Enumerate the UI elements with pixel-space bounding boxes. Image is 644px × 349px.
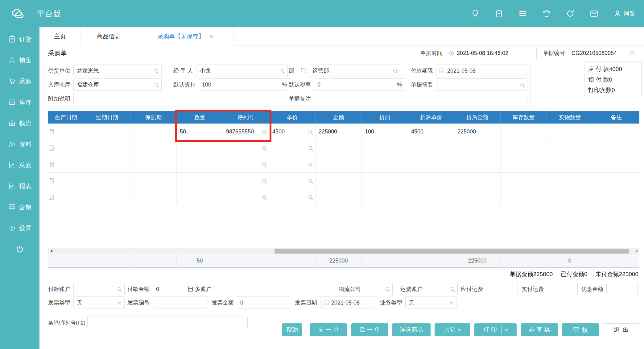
multi-account-link[interactable]: 多账户 [188, 283, 212, 295]
invoice-amount-input[interactable]: 0 [237, 296, 290, 309]
cell-serial[interactable] [223, 156, 269, 172]
scrollbar-thumb[interactable] [275, 249, 629, 254]
cell-disc-price[interactable] [408, 189, 454, 205]
tab-close-icon[interactable]: × [209, 33, 213, 40]
search-icon[interactable] [308, 130, 312, 133]
freight-account-input[interactable] [426, 283, 458, 295]
search-icon[interactable] [262, 179, 266, 183]
regenerate-number-icon[interactable] [629, 50, 635, 56]
handler-input[interactable]: 小龙 [196, 65, 288, 77]
supplier-input[interactable]: 龙家崽崽 [73, 65, 162, 77]
sidebar-item-order[interactable]: 订货 [0, 29, 39, 50]
cell-remark[interactable] [593, 189, 639, 205]
cell-serial[interactable] [223, 189, 269, 205]
save-draft-button[interactable]: 存 草 稿 [521, 323, 558, 336]
cell-disc-amount[interactable]: 225000 [454, 124, 501, 140]
cell-expire-date[interactable] [84, 156, 130, 172]
search-icon[interactable] [262, 146, 266, 150]
cell-qty[interactable] [177, 140, 223, 156]
cell-disc-amount[interactable] [454, 173, 501, 189]
tab-home[interactable]: 主页 [39, 27, 81, 46]
search-icon[interactable] [262, 130, 266, 133]
print-button[interactable]: 打 印 [474, 323, 517, 336]
cell-stock-qty[interactable] [501, 173, 547, 189]
other-button[interactable]: 其它 [435, 323, 470, 336]
cell-amount[interactable] [316, 156, 362, 172]
help-button[interactable]: 帮助 [282, 323, 302, 336]
cell-serial[interactable]: 987655550 [223, 124, 269, 140]
cell-physical-qty[interactable] [547, 156, 593, 172]
search-icon[interactable] [118, 287, 121, 291]
discount-amount-input[interactable] [606, 283, 638, 295]
cell-disc-price[interactable] [408, 156, 454, 172]
pay-deadline-input[interactable]: 2021-05-08 [436, 65, 527, 77]
cell-prod-date[interactable] [48, 140, 84, 156]
cell-qty[interactable] [177, 173, 223, 189]
freight-paid-input[interactable] [547, 283, 578, 295]
cell-disc-amount[interactable] [454, 156, 501, 172]
cell-disc-amount[interactable] [454, 140, 501, 156]
cell-price[interactable] [269, 156, 316, 172]
cell-discount[interactable] [362, 173, 408, 189]
cell-stock-qty[interactable] [501, 156, 547, 172]
sidebar-item-data[interactable]: 资料 [0, 134, 39, 155]
cell-prod-date[interactable] [48, 156, 84, 172]
cell-disc-price[interactable] [408, 140, 454, 156]
pay-account-input[interactable] [73, 283, 125, 295]
cell-expire-date[interactable] [84, 189, 130, 205]
tips-bulb-icon[interactable] [471, 9, 480, 18]
barcode-input[interactable] [87, 317, 248, 329]
cell-discount[interactable] [362, 156, 408, 172]
cell-amount[interactable] [316, 189, 362, 205]
cell-price[interactable] [269, 173, 316, 189]
tab-product-info[interactable]: 商品信息 [81, 27, 137, 46]
search-icon[interactable] [308, 195, 312, 199]
scroll-left-icon[interactable] [50, 250, 52, 253]
cell-amount[interactable] [316, 173, 362, 189]
cell-physical-qty[interactable] [547, 140, 593, 156]
search-icon[interactable] [308, 179, 312, 183]
scroll-right-icon[interactable] [636, 250, 638, 253]
cell-expire-date[interactable] [84, 140, 130, 156]
cell-prod-date[interactable] [48, 173, 84, 189]
department-input[interactable]: 运营部 [309, 65, 400, 77]
horizontal-scrollbar[interactable] [48, 248, 639, 254]
sidebar-item-ledger[interactable]: 总账 [0, 155, 39, 176]
sidebar-item-cashflow[interactable]: 钱流 [0, 113, 39, 134]
logistics-input[interactable] [364, 283, 393, 295]
sidebar-item-sales[interactable]: 销售 [0, 50, 39, 71]
search-icon[interactable] [262, 162, 266, 166]
cell-price[interactable]: 4500 [269, 124, 316, 140]
invoice-no-input[interactable] [153, 296, 208, 309]
cell-remark[interactable] [593, 173, 639, 189]
pay-amount-input[interactable]: 0 [153, 283, 185, 295]
select-goods-button[interactable]: 连选商品 [392, 323, 431, 336]
doc-summary-input[interactable] [436, 78, 527, 91]
cell-shelf-life[interactable] [130, 156, 177, 172]
cell-remark[interactable] [593, 124, 639, 140]
sidebar-item-report[interactable]: 报表 [0, 176, 39, 197]
cell-shelf-life[interactable] [130, 173, 177, 189]
cell-discount[interactable] [362, 140, 408, 156]
search-icon[interactable] [155, 69, 158, 73]
freight-payable-input[interactable] [486, 283, 518, 295]
cell-shelf-life[interactable] [130, 140, 177, 156]
mail-icon[interactable] [589, 9, 599, 18]
warehouse-input[interactable]: 福建仓库 [73, 78, 162, 91]
search-icon[interactable] [386, 287, 389, 291]
cell-expire-date[interactable] [84, 173, 130, 189]
cell-remark[interactable] [593, 156, 639, 172]
cell-serial[interactable] [223, 140, 269, 156]
cell-disc-price[interactable]: 4500 [408, 124, 454, 140]
search-icon[interactable] [262, 195, 266, 199]
task-check-icon[interactable] [494, 9, 504, 18]
search-icon[interactable] [155, 83, 158, 86]
search-icon[interactable] [281, 69, 284, 73]
cell-serial[interactable] [223, 173, 269, 189]
extra-note-input[interactable] [73, 93, 286, 105]
cell-prod-date[interactable] [48, 124, 84, 140]
invoice-date-input[interactable]: 2021-05-08 [320, 296, 375, 309]
cell-discount[interactable]: 100 [362, 124, 408, 140]
sidebar-item-settings[interactable]: 设置 [0, 218, 39, 239]
default-discount-input[interactable]: 100% [199, 78, 290, 91]
